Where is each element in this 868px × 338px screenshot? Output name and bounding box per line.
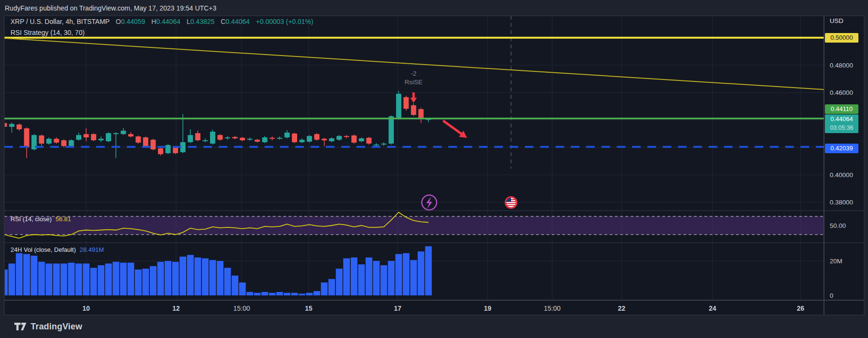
open-value: 0.44059 bbox=[121, 18, 145, 25]
change-value: +0.00003 (+0.01%) bbox=[256, 18, 313, 25]
last-price-value: 0.44064 bbox=[825, 115, 858, 124]
low-label: L bbox=[187, 18, 190, 25]
low-value: 0.43825 bbox=[190, 18, 215, 25]
volume-indicator-title: 24H Vol (close, Default) bbox=[11, 246, 76, 253]
high-label: H bbox=[151, 18, 156, 25]
time-tick-label: 15:00 bbox=[544, 304, 560, 312]
price-tick-label: 0.48000 bbox=[830, 62, 853, 69]
volume-pane-legend[interactable]: 24H Vol (close, Default)28.491M bbox=[11, 246, 104, 253]
high-value: 0.44064 bbox=[156, 18, 180, 25]
tradingview-logo-icon bbox=[14, 323, 27, 331]
time-tick-label: 12 bbox=[172, 304, 180, 312]
time-tick-label: 19 bbox=[484, 304, 491, 312]
tradingview-logo-text: TradingView bbox=[31, 322, 82, 332]
currency-label: USD bbox=[830, 17, 844, 24]
price-label-yellow[interactable]: 0.50000 bbox=[825, 33, 858, 43]
symbol-title: XRP / U.S. Dollar, 4h, BITSTAMP bbox=[11, 18, 110, 25]
strategy-legend[interactable]: RSI Strategy (14, 30, 70) bbox=[11, 29, 85, 36]
open-label: O bbox=[116, 18, 121, 25]
price-tick-label: 0.40000 bbox=[830, 171, 853, 179]
rsi-indicator-title: RSI (14, close) bbox=[11, 215, 52, 223]
bar-countdown: 03:05:36 bbox=[825, 124, 858, 132]
chart-canvas[interactable]: -2RsiSEUSD0.480000.460000.400000.3800050… bbox=[0, 0, 868, 338]
price-tick-label: 0.38000 bbox=[830, 199, 853, 206]
time-tick-label: 17 bbox=[394, 304, 401, 312]
rsi-indicator-value: 56.81 bbox=[56, 215, 71, 223]
tradingview-screenshot: -2RsiSEUSD0.480000.460000.400000.3800050… bbox=[0, 0, 868, 338]
attribution-bar: RudyFares published on TradingView.com, … bbox=[5, 3, 216, 13]
close-label: C bbox=[221, 18, 225, 25]
time-tick-label: 15:00 bbox=[233, 304, 250, 312]
time-tick-label: 22 bbox=[618, 304, 625, 312]
volume-indicator-value: 28.491M bbox=[80, 246, 104, 253]
tradingview-logo[interactable]: TradingView bbox=[14, 322, 82, 332]
svg-text:-2: -2 bbox=[411, 70, 416, 77]
time-tick-label: 26 bbox=[797, 304, 804, 312]
symbol-legend[interactable]: XRP / U.S. Dollar, 4h, BITSTAMP O0.44059… bbox=[11, 18, 313, 25]
rsi-pane-legend[interactable]: RSI (14, close)56.81 bbox=[11, 215, 71, 223]
svg-text:RsiSE: RsiSE bbox=[404, 79, 423, 86]
us-flag-event-icon[interactable] bbox=[506, 197, 517, 208]
rsi-tick-label: 50.00 bbox=[830, 222, 846, 229]
time-tick-label: 15 bbox=[305, 304, 312, 312]
volume-tick-label: 20M bbox=[830, 258, 842, 265]
price-tick-label: 0.46000 bbox=[830, 89, 853, 96]
lightning-event-icon[interactable] bbox=[422, 195, 437, 210]
rsi-band bbox=[4, 216, 824, 235]
last-price-label: 0.44064 03:05:36 bbox=[825, 114, 858, 133]
time-tick-label: 10 bbox=[82, 304, 90, 312]
price-label-blue[interactable]: 0.42039 bbox=[825, 144, 858, 153]
time-tick-label: 24 bbox=[709, 304, 716, 312]
price-label-green[interactable]: 0.44110 bbox=[825, 104, 858, 114]
close-value: 0.44064 bbox=[225, 18, 250, 25]
volume-tick-label: 0 bbox=[830, 292, 834, 299]
